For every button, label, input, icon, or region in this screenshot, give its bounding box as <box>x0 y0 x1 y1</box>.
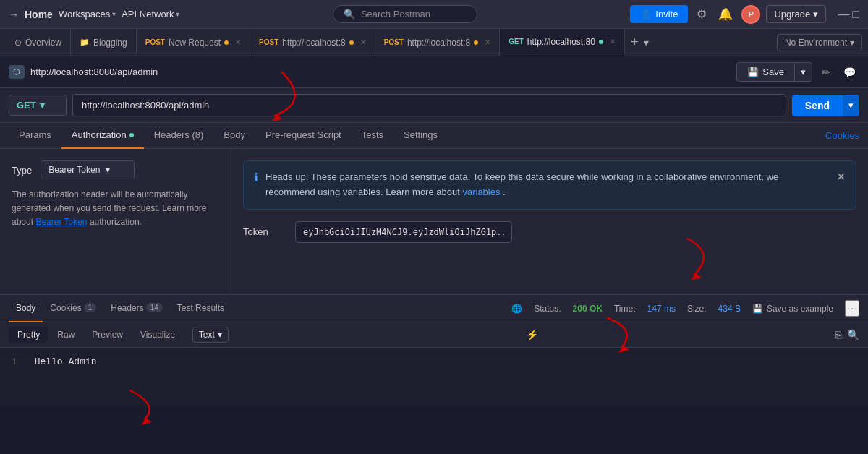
type-selector[interactable]: Bearer Token ▾ <box>41 160 135 179</box>
minimize-button[interactable]: — <box>838 8 849 21</box>
comment-button[interactable]: 💬 <box>840 63 859 82</box>
subtab-params[interactable]: Params <box>9 123 61 149</box>
auth-left-panel: Type Bearer Token ▾ The authorization he… <box>0 149 231 294</box>
add-tab-button[interactable]: + <box>625 35 644 50</box>
response-tabs-bar: Body Cookies 1 Headers 14 Test Results 🌐… <box>0 295 868 322</box>
resp-tab-cookies[interactable]: Cookies 1 <box>43 295 103 322</box>
overview-icon: ⊙ <box>14 38 22 48</box>
tabs-dropdown-button[interactable]: ▾ <box>644 37 649 48</box>
method-selector[interactable]: GET ▾ <box>9 95 67 116</box>
bearer-token-link[interactable]: Bearer Token <box>35 217 87 227</box>
info-text: Heads up! These parameters hold sensitiv… <box>265 170 829 200</box>
token-row: Token <box>243 221 856 243</box>
tab-close-icon-3[interactable]: ✕ <box>485 38 490 46</box>
banner-close-button[interactable]: ✕ <box>836 170 846 184</box>
fmt-tab-raw[interactable]: Raw <box>48 327 83 343</box>
save-example-icon: 💾 <box>752 304 763 314</box>
environment-selector[interactable]: No Environment ▾ <box>777 34 862 51</box>
back-arrow[interactable]: → <box>9 9 19 20</box>
tab-close-icon-2[interactable]: ✕ <box>360 38 366 46</box>
invite-icon: 👤 <box>640 9 652 20</box>
copy-button[interactable]: ⎘ <box>835 329 841 340</box>
api-network-menu[interactable]: API Network ▾ <box>122 9 179 20</box>
invite-button[interactable]: 👤 Invite <box>630 5 688 23</box>
variables-link[interactable]: variables <box>462 187 500 197</box>
env-chevron: ▾ <box>850 38 854 48</box>
avatar[interactable]: P <box>741 5 760 24</box>
status-info: 🌐 Status: 200 OK Time: 147 ms Size: 434 … <box>511 300 859 317</box>
upgrade-chevron: ▾ <box>813 9 818 20</box>
search-bar: 🔍 <box>333 5 477 23</box>
notifications-button[interactable]: 🔔 <box>715 4 736 24</box>
filter-button[interactable]: ⚡ <box>526 329 538 340</box>
tab-localhost1[interactable]: POST http://localhost:8 ✕ <box>250 29 375 56</box>
search-input[interactable] <box>361 9 462 20</box>
api-network-chevron: ▾ <box>176 10 179 18</box>
tab-close-icon-4[interactable]: ✕ <box>610 38 616 46</box>
workspaces-menu[interactable]: Workspaces ▾ <box>59 9 116 20</box>
tab-close-icon[interactable]: ✕ <box>235 38 241 46</box>
tab-new-request[interactable]: POST New Request ✕ <box>137 29 250 56</box>
type-chevron: ▾ <box>106 165 110 175</box>
request-bar: ⬡ http://localhost:8080/api/admin 💾 Save… <box>0 56 868 88</box>
token-label: Token <box>243 226 286 237</box>
subtab-headers[interactable]: Headers (8) <box>144 123 214 149</box>
save-button[interactable]: 💾 Save <box>736 62 795 82</box>
type-row: Type Bearer Token ▾ <box>12 160 219 179</box>
globe-icon[interactable]: 🌐 <box>511 304 522 314</box>
more-options-button[interactable]: ⋯ <box>845 300 859 317</box>
search-response-button[interactable]: 🔍 <box>847 329 859 340</box>
save-icon: 💾 <box>747 67 759 77</box>
tab-localhost3[interactable]: GET http://localhost:80 ✕ <box>500 29 625 56</box>
response-body: 1 Hello Admin <box>0 348 868 406</box>
resp-tab-testresults[interactable]: Test Results <box>170 295 231 322</box>
tab-localhost2[interactable]: POST http://localhost:8 ✕ <box>375 29 501 56</box>
token-input[interactable] <box>295 221 512 243</box>
send-button[interactable]: Send <box>792 95 843 116</box>
edit-button[interactable]: ✏ <box>818 63 834 82</box>
fmt-tab-visualize[interactable]: Visualize <box>132 327 184 343</box>
text-format-selector[interactable]: Text ▾ <box>192 327 229 343</box>
save-group: 💾 Save ▾ <box>736 62 812 82</box>
tab-blogging[interactable]: 📁 Blogging <box>71 29 137 56</box>
auth-content: Type Bearer Token ▾ The authorization he… <box>0 149 868 294</box>
save-dropdown-button[interactable]: ▾ <box>795 62 812 82</box>
auth-right-panel: ℹ Heads up! These parameters hold sensit… <box>231 149 868 294</box>
fmt-tab-pretty[interactable]: Pretty <box>9 327 48 343</box>
upgrade-button[interactable]: Upgrade ▾ <box>766 5 826 23</box>
save-example-button[interactable]: 💾 Save as example <box>752 304 833 314</box>
url-input[interactable] <box>72 94 786 116</box>
home-link[interactable]: Home <box>25 9 53 20</box>
subtab-authorization[interactable]: Authorization <box>61 123 144 149</box>
subtab-settings[interactable]: Settings <box>393 123 448 149</box>
request-sub-nav: Params Authorization Headers (8) Body Pr… <box>0 123 868 149</box>
collection-icon: 📁 <box>80 38 90 47</box>
headers-badge: 14 <box>146 303 163 312</box>
window-controls: — □ <box>838 8 859 21</box>
settings-button[interactable]: ⚙ <box>694 4 710 24</box>
subtab-body[interactable]: Body <box>213 123 255 149</box>
unsaved-dot-4 <box>599 40 603 44</box>
maximize-button[interactable]: □ <box>852 8 859 21</box>
auth-dot <box>129 133 134 137</box>
send-dropdown-button[interactable]: ▾ <box>843 95 859 116</box>
method-chevron: ▾ <box>40 100 45 111</box>
resp-tab-body[interactable]: Body <box>9 295 43 322</box>
subtab-tests[interactable]: Tests <box>352 123 393 149</box>
search-icon: 🔍 <box>344 9 355 20</box>
fmt-tab-preview[interactable]: Preview <box>83 327 132 343</box>
workspaces-chevron: ▾ <box>112 10 116 18</box>
auth-description: The authorization header will be automat… <box>12 188 219 230</box>
format-right-buttons: ⚡ <box>526 329 538 340</box>
cookies-badge: 1 <box>84 303 97 312</box>
tab-overview[interactable]: ⊙ Overview <box>6 29 71 56</box>
response-section: Body Cookies 1 Headers 14 Test Results 🌐… <box>0 294 868 406</box>
info-banner: ℹ Heads up! These parameters hold sensit… <box>243 160 856 210</box>
tabs-bar: ⊙ Overview 📁 Blogging POST New Request ✕… <box>0 29 868 56</box>
type-label: Type <box>12 165 32 176</box>
response-line-1: 1 Hello Admin <box>12 356 856 367</box>
cookies-link[interactable]: Cookies <box>825 130 859 141</box>
info-icon: ℹ <box>254 171 258 184</box>
resp-tab-headers[interactable]: Headers 14 <box>103 295 169 322</box>
subtab-prerequest[interactable]: Pre-request Script <box>255 123 352 149</box>
